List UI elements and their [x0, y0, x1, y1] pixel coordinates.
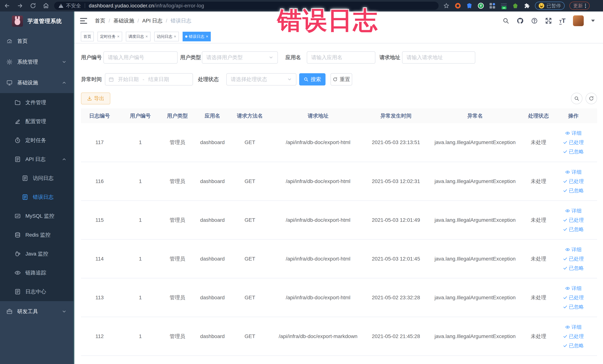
detail-link[interactable]: 详细 [565, 169, 581, 176]
extension-onoff-icon[interactable]: on [500, 2, 507, 9]
table-row: 1121管理员dashboardGET/api/infra/db-doc/exp… [81, 317, 597, 356]
font-size-icon[interactable]: TT [559, 17, 566, 24]
detail-link[interactable]: 详细 [565, 246, 581, 253]
ignored-link[interactable]: 已忽略 [563, 148, 584, 155]
avatar[interactable] [573, 15, 584, 26]
processed-link[interactable]: 已处理 [563, 294, 584, 301]
tab-close-icon[interactable]: × [146, 35, 148, 39]
log-icon [14, 156, 21, 163]
sidebar-item-14[interactable]: 研发工具 [0, 301, 74, 322]
breadcrumb-item-1[interactable]: 基础设施 [114, 17, 134, 24]
cell: /api/infra/db-doc/export-html [267, 201, 369, 239]
request-url-input[interactable]: 请输入请求地址 [402, 51, 475, 64]
fullscreen-icon[interactable] [545, 17, 552, 24]
eye-icon [14, 270, 21, 276]
sidebar-item-11[interactable]: Java 监控 [0, 244, 74, 263]
ignored-link[interactable]: 已忽略 [563, 304, 584, 310]
reset-button[interactable]: 重置 [331, 73, 352, 85]
extension-orange-icon[interactable] [454, 2, 461, 9]
tab-close-icon[interactable]: × [117, 35, 120, 39]
app-name-input[interactable]: 请输入应用名 [307, 51, 375, 64]
sidebar-item-13[interactable]: 日志中心 [0, 282, 74, 301]
breadcrumb-item-2[interactable]: API 日志 [142, 17, 162, 24]
sidebar-item-2[interactable]: 基础设施 [0, 72, 74, 93]
cell: 1 [118, 239, 162, 278]
ignored-link[interactable]: 已忽略 [563, 226, 584, 233]
user-type-select[interactable]: 请选择用户类型 [202, 51, 278, 64]
help-icon[interactable] [531, 17, 538, 24]
export-button[interactable]: 导出 [81, 93, 110, 104]
sidebar-item-3[interactable]: 文件管理 [0, 93, 74, 112]
ignored-link[interactable]: 已忽略 [563, 187, 584, 194]
sidebar-item-9[interactable]: MySQL 监控 [0, 207, 74, 225]
home-icon[interactable] [42, 2, 50, 10]
app-logo-row[interactable]: 芋道管理系统 [0, 12, 74, 31]
extension-shield-icon[interactable] [466, 2, 473, 9]
processed-link[interactable]: 已处理 [563, 333, 584, 340]
processed-link[interactable]: 已处理 [563, 139, 584, 146]
timer-icon [14, 137, 21, 143]
detail-link[interactable]: 详细 [565, 130, 581, 137]
tab-2[interactable]: 调度日志× [126, 32, 151, 41]
extension-green-circle-icon[interactable]: Y [477, 2, 484, 9]
sidebar-item-12[interactable]: 链路追踪 [0, 263, 74, 282]
detail-link[interactable]: 详细 [565, 324, 581, 330]
screen-icon [14, 213, 21, 219]
sidebar-item-1[interactable]: 系统管理 [0, 52, 74, 72]
extension-grid-icon[interactable] [489, 2, 496, 9]
process-status-select[interactable]: 请选择处理状态 [226, 73, 296, 85]
breadcrumb-item-0[interactable]: 首页 [95, 17, 105, 24]
exception-time-range-input[interactable]: 开始日期 - 结束日期 [105, 73, 193, 85]
tab-0[interactable]: 首页 [81, 32, 94, 41]
cell: /api/infra/db-doc/export-html [267, 123, 369, 162]
ignored-link[interactable]: 已忽略 [563, 342, 584, 349]
sidebar-item-7[interactable]: 访问日志 [0, 169, 74, 188]
cell: 115 [81, 201, 118, 239]
paused-badge[interactable]: 已暂停 [535, 2, 565, 10]
sidebar-toggle-icon[interactable] [80, 18, 88, 24]
search-button[interactable]: 搜索 [299, 73, 325, 85]
tab-close-icon[interactable]: × [206, 35, 208, 39]
tab-1[interactable]: 定时任务× [97, 32, 122, 41]
breadcrumb-separator: / [166, 18, 167, 24]
processed-link[interactable]: 已处理 [563, 256, 584, 262]
toggle-search-icon-button[interactable] [571, 93, 582, 104]
sidebar-item-10[interactable]: Redis 监控 [0, 225, 74, 244]
reload-icon[interactable] [29, 2, 37, 10]
check-icon [563, 257, 568, 261]
search-icon[interactable] [502, 17, 509, 24]
check-icon [563, 188, 568, 193]
sidebar-item-0[interactable]: 首页 [0, 31, 74, 52]
extension-leaf-icon[interactable] [512, 2, 519, 9]
browser-menu-icon[interactable] [585, 3, 586, 9]
avatar-caret-icon[interactable] [591, 20, 595, 22]
tab-close-icon[interactable]: × [174, 35, 176, 39]
operations-cell: 详细已处理已忽略 [550, 317, 597, 356]
tab-3[interactable]: 访问日志× [154, 32, 179, 41]
sidebar-item-5[interactable]: 定时任务 [0, 131, 74, 150]
check-icon [563, 334, 568, 339]
column-header-0: 日志编号 [81, 108, 118, 123]
update-button[interactable]: 更新 [569, 2, 590, 10]
processed-link[interactable]: 已处理 [563, 217, 584, 223]
cell: GET [233, 201, 267, 239]
tab-4[interactable]: 错误日志× [183, 32, 211, 41]
sidebar-item-8[interactable]: 错误日志 [0, 188, 74, 207]
ignored-link[interactable]: 已忽略 [563, 265, 584, 271]
user-id-input[interactable]: 请输入用户编号 [104, 51, 178, 64]
back-icon[interactable] [3, 2, 11, 10]
github-icon[interactable] [517, 17, 524, 24]
sidebar-item-4[interactable]: 配置管理 [0, 112, 74, 131]
sidebar-item-6[interactable]: API 日志 [0, 150, 74, 169]
cell: 2021-05-03 23:13:51 [369, 123, 423, 162]
refresh-table-button[interactable] [586, 93, 597, 104]
address-bar[interactable]: 不安全 dashboard.yudao.iocoder.cn/infra/log… [54, 2, 439, 10]
cell: 2021-05-03 12:02:31 [369, 162, 423, 201]
extension-puzzle-icon[interactable] [523, 2, 530, 9]
cell: GET [233, 162, 267, 201]
detail-link[interactable]: 详细 [565, 208, 581, 214]
detail-link[interactable]: 详细 [565, 285, 581, 292]
bookmark-star-icon[interactable] [443, 2, 450, 9]
processed-link[interactable]: 已处理 [563, 178, 584, 185]
forward-icon[interactable] [16, 2, 24, 10]
